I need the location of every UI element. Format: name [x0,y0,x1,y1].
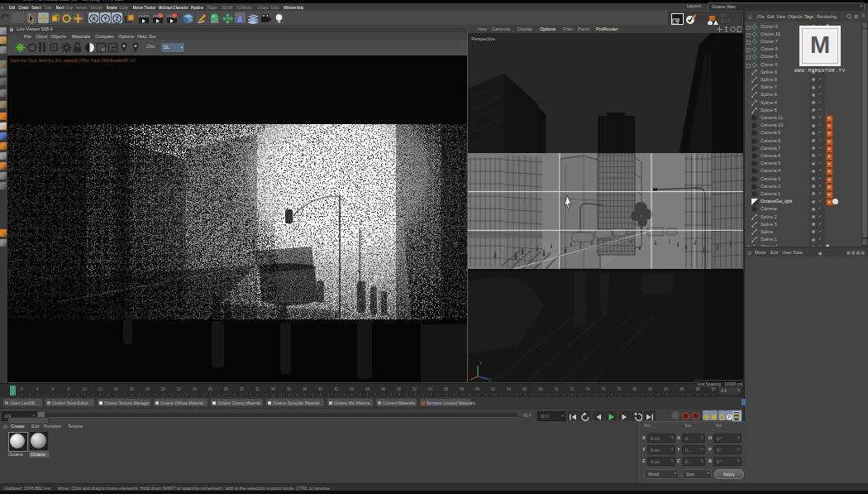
svg-text:R: R [52,45,55,50]
svg-text:P: P [728,415,732,420]
svg-text:X: X [92,15,96,22]
svg-text:Y: Y [103,15,107,22]
svg-text:Perspective: Perspective [471,36,495,41]
svg-text:Z: Z [489,377,491,382]
svg-text:Z: Z [115,15,119,22]
